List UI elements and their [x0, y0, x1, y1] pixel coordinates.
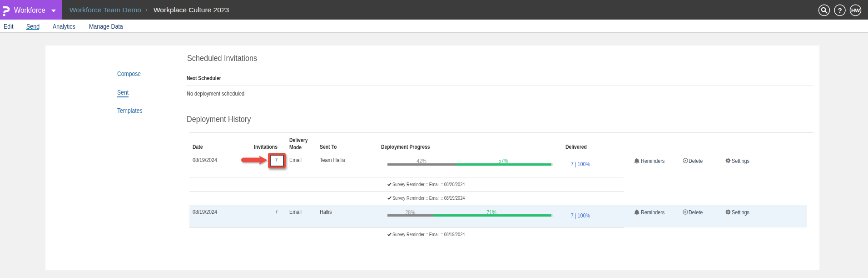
svg-text:?: ?	[838, 6, 842, 14]
svg-text:HW: HW	[851, 8, 860, 13]
